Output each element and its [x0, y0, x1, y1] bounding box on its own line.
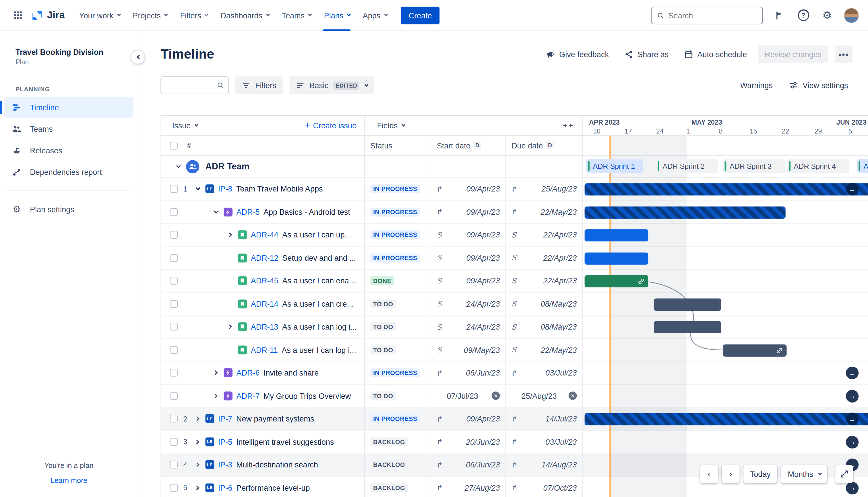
issue-key[interactable]: ADR-11 — [251, 345, 278, 354]
row-checkbox[interactable] — [170, 438, 178, 445]
offscreen-bar-arrow[interactable]: → — [846, 436, 858, 448]
issue-key[interactable]: ADR-13 — [251, 323, 278, 331]
gantt-bar-adr-5[interactable] — [585, 206, 786, 218]
status-column-header[interactable]: Status — [365, 136, 431, 155]
issue-key[interactable]: IP-8 — [218, 185, 232, 194]
expand-toggle-icon[interactable] — [192, 483, 202, 492]
scroll-to-bar-arrow[interactable]: → — [846, 183, 858, 195]
give-feedback-button[interactable]: Give feedback — [541, 45, 613, 63]
issue-summary[interactable]: App Basics - Android test — [263, 208, 350, 216]
fullscreen-button[interactable] — [835, 465, 853, 483]
nav-item-plans[interactable]: Plans — [317, 0, 356, 31]
app-switcher-icon[interactable] — [9, 6, 27, 24]
gantt-bar-adr-45[interactable] — [585, 275, 648, 287]
global-search[interactable] — [651, 6, 763, 24]
gantt-bar-adr-44[interactable] — [585, 229, 648, 241]
status-lozenge[interactable]: IN PROGRESS — [370, 208, 420, 216]
row-checkbox[interactable] — [170, 484, 178, 492]
status-lozenge[interactable]: BACKLOG — [370, 483, 408, 492]
sidebar-item-timeline[interactable]: Timeline — [4, 97, 133, 118]
expand-toggle-icon[interactable] — [192, 185, 202, 194]
issue-summary[interactable]: New payment systems — [236, 414, 314, 423]
row-checkbox[interactable] — [170, 254, 178, 262]
sidebar-item-releases[interactable]: Releases — [4, 140, 133, 161]
sprint-chip[interactable]: ADR Sprint 1 — [586, 159, 643, 173]
issue-summary[interactable]: Performance level-up — [236, 483, 310, 492]
status-lozenge[interactable]: IN PROGRESS — [370, 414, 420, 423]
issue-key[interactable]: IP-7 — [218, 414, 232, 423]
sprint-chip[interactable]: ADR Sprint 2 — [656, 159, 718, 173]
issue-key[interactable]: IP-6 — [218, 483, 232, 492]
row-checkbox[interactable] — [170, 415, 178, 423]
warnings-button[interactable]: Warnings — [736, 76, 777, 94]
issue-summary[interactable]: Multi-destination search — [236, 460, 318, 469]
search-input[interactable] — [668, 11, 757, 20]
gantt-bar-ip-7[interactable] — [585, 413, 868, 425]
issue-summary[interactable]: As a user I can cre... — [282, 299, 353, 308]
jira-logo[interactable]: Jira — [31, 9, 65, 21]
scroll-to-bar-arrow[interactable]: → — [846, 413, 858, 425]
nav-item-filters[interactable]: Filters — [173, 0, 214, 31]
status-lozenge[interactable]: BACKLOG — [370, 437, 408, 446]
issue-summary[interactable]: My Group Trips Overview — [263, 391, 351, 400]
settings-gear-icon[interactable]: ⚙ — [820, 8, 834, 23]
scroll-right-button[interactable]: › — [722, 465, 739, 483]
issue-summary[interactable]: As a user I can log i... — [282, 323, 357, 331]
issue-key[interactable]: ADR-45 — [251, 276, 278, 285]
status-lozenge[interactable]: IN PROGRESS — [370, 254, 420, 262]
gantt-bar-adr-11[interactable] — [723, 344, 787, 356]
row-checkbox[interactable] — [170, 346, 178, 354]
status-lozenge[interactable]: TO DO — [370, 299, 396, 308]
clear-date-button[interactable]: ✕ — [492, 392, 500, 400]
expand-toggle-icon[interactable] — [225, 323, 234, 331]
issue-key[interactable]: ADR-6 — [236, 368, 260, 377]
nav-item-projects[interactable]: Projects — [126, 0, 173, 31]
nav-item-teams[interactable]: Teams — [275, 0, 317, 31]
collapse-team-icon[interactable] — [173, 162, 182, 171]
row-checkbox[interactable] — [170, 461, 178, 469]
status-lozenge[interactable]: IN PROGRESS — [370, 368, 420, 377]
sprint-chip[interactable]: ADR Sprint 4 — [787, 159, 849, 173]
sprint-chip[interactable]: ADR Sprint 3 — [723, 159, 785, 173]
issue-header-label[interactable]: Issue — [172, 121, 191, 130]
status-lozenge[interactable]: TO DO — [370, 391, 396, 400]
issue-summary[interactable]: As a user I can log i... — [281, 345, 356, 354]
view-settings-button[interactable]: View settings — [785, 76, 853, 94]
status-lozenge[interactable]: BACKLOG — [370, 460, 408, 469]
sidebar-item-plan-settings[interactable]: ⚙ Plan settings — [4, 199, 133, 219]
issue-summary[interactable]: As a user I can ena... — [282, 276, 355, 285]
sprint-chip[interactable]: AD — [857, 159, 868, 173]
auto-schedule-button[interactable]: Auto-schedule — [680, 45, 751, 63]
expand-toggle-icon[interactable] — [211, 391, 220, 400]
create-button[interactable]: Create — [401, 6, 440, 24]
team-name[interactable]: ADR Team — [205, 161, 250, 171]
issue-summary[interactable]: Setup dev and and ... — [282, 254, 356, 262]
expand-toggle-icon[interactable] — [192, 460, 202, 469]
start-date-column-header[interactable]: Start date D — [431, 136, 506, 155]
row-checkbox[interactable] — [170, 300, 178, 308]
expand-toggle-icon[interactable] — [192, 414, 202, 423]
issue-search-input[interactable] — [165, 81, 217, 90]
view-mode-button[interactable]: Basic EDITED — [290, 76, 374, 94]
issue-summary[interactable]: Invite and share — [263, 368, 319, 377]
issue-summary[interactable]: Intelligent travel suggestions — [236, 437, 334, 446]
issue-key[interactable]: ADR-44 — [251, 230, 278, 240]
expand-toggle-icon[interactable] — [225, 230, 234, 240]
due-date-column-header[interactable]: Due date D — [506, 136, 583, 155]
status-lozenge[interactable]: DONE — [370, 276, 394, 285]
offscreen-bar-arrow[interactable]: → — [846, 367, 858, 379]
status-lozenge[interactable]: IN PROGRESS — [370, 185, 420, 194]
status-lozenge[interactable]: TO DO — [370, 323, 396, 331]
collapse-sidebar-button[interactable] — [131, 50, 145, 64]
sidebar-item-dependencies-report[interactable]: Dependencies report — [4, 162, 133, 183]
issue-key[interactable]: ADR-12 — [251, 254, 278, 262]
issue-summary[interactable]: As a user I can up... — [282, 230, 351, 240]
offscreen-bar-arrow[interactable]: → — [846, 389, 858, 402]
offscreen-bar-arrow[interactable]: → — [846, 482, 858, 494]
today-button[interactable]: Today — [743, 465, 777, 483]
row-checkbox[interactable] — [170, 185, 178, 193]
announcements-flag-icon[interactable] — [772, 8, 786, 23]
gantt-bar-ip-8[interactable] — [585, 183, 868, 195]
review-changes-button[interactable]: Review changes — [758, 45, 828, 63]
nav-item-apps[interactable]: Apps — [356, 0, 393, 31]
